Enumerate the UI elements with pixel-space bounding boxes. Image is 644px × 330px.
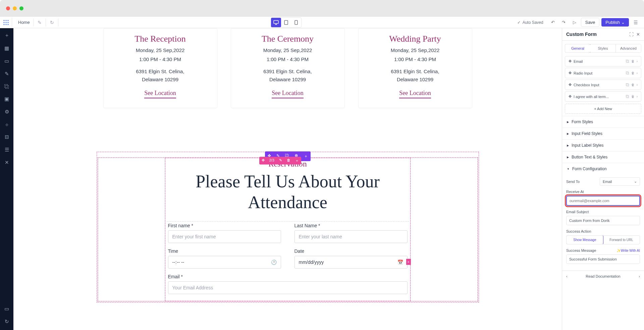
chevron-right-icon[interactable]: › — [637, 95, 638, 98]
email-subject-input[interactable] — [566, 216, 640, 225]
event-time: 1:00 PM - 4:30 PM — [239, 56, 336, 62]
design-icon[interactable]: ✎ — [5, 71, 9, 77]
integrations-icon[interactable]: ⟐ — [5, 122, 8, 127]
drag-handle-icon[interactable]: ✥ — [569, 83, 572, 87]
chevron-right-icon[interactable]: › — [637, 83, 638, 87]
chevron-right-icon[interactable]: › — [637, 59, 638, 63]
add-icon[interactable]: ＋ — [293, 157, 301, 164]
tab-styles[interactable]: Styles — [590, 44, 616, 52]
chevron-right-icon[interactable]: › — [637, 71, 638, 75]
see-location-link[interactable]: See Location — [272, 90, 303, 98]
add-column-button[interactable]: + — [406, 259, 411, 265]
email-input[interactable] — [168, 281, 408, 294]
duplicate-icon[interactable]: ⿻ — [626, 83, 629, 87]
delete-icon[interactable]: 🗑 — [631, 71, 635, 75]
accordion-input-label-styles[interactable]: ▶Input Label Styles — [562, 139, 644, 151]
success-message-label: Success Message — [566, 248, 596, 252]
section-container[interactable]: ✥ ✎ ⿻ 🗑 ＋ ✥ 2/3 ✎ 🗑 ＋ Reservation Please… — [97, 152, 479, 302]
duplicate-icon[interactable]: ⿻ — [626, 71, 629, 75]
accordion-form-configuration[interactable]: ▼Form Configuration — [562, 163, 644, 175]
time-input[interactable]: --:-- --🕐 — [168, 256, 281, 269]
form-field-row[interactable]: ✥I agree with all term... ⿻ 🗑 › — [565, 91, 641, 102]
accordion-button-text-styles[interactable]: ▶Button Text & Styles — [562, 151, 644, 163]
last-name-input[interactable] — [294, 230, 408, 243]
app-logo[interactable] — [3, 18, 12, 27]
first-name-input[interactable] — [168, 230, 281, 243]
delete-icon[interactable]: 🗑 — [284, 157, 293, 164]
tablet-view-button[interactable] — [281, 18, 291, 27]
tools-icon[interactable]: ✕ — [5, 159, 9, 166]
mobile-view-button[interactable] — [291, 18, 301, 27]
expand-icon[interactable]: ⛶ — [629, 32, 634, 37]
redo-button[interactable]: ↷ — [559, 18, 568, 27]
event-time: 1:00 PM - 4:30 PM — [112, 56, 209, 62]
delete-icon[interactable]: 🗑 — [631, 83, 635, 87]
drag-handle-icon[interactable]: ✥ — [569, 71, 572, 75]
page-icon[interactable]: ▭ — [4, 58, 9, 64]
window-minimize-icon[interactable] — [13, 6, 17, 10]
date-input[interactable]: mm/dd/yyyy📅 — [294, 256, 408, 269]
accordion-form-styles[interactable]: ▶Form Styles — [562, 116, 644, 128]
field-label: Radio Input — [574, 71, 592, 75]
blocks-icon[interactable]: ▦ — [4, 45, 9, 51]
forward-url-button[interactable]: Forward to URL — [603, 236, 640, 244]
field-label: Email — [574, 59, 583, 63]
column-right[interactable]: + — [411, 158, 478, 301]
add-new-button[interactable]: + Add New — [565, 104, 641, 114]
delete-icon[interactable]: 🗑 — [631, 95, 635, 98]
success-message-input[interactable] — [566, 254, 640, 264]
edit-icon[interactable]: ✎ — [277, 157, 284, 164]
undo-button[interactable]: ↶ — [549, 18, 557, 27]
move-handle-icon[interactable]: ✥ — [259, 157, 267, 164]
menu-button[interactable]: ☰ — [631, 18, 641, 27]
preview-button[interactable]: ▷ — [570, 18, 579, 27]
add-icon[interactable]: ＋ — [301, 151, 311, 161]
field-label: I agree with all term... — [574, 95, 609, 99]
show-message-button[interactable]: Show Message — [566, 235, 603, 244]
accordion-input-field-styles[interactable]: ▶Input Field Styles — [562, 128, 644, 139]
history-icon[interactable]: ↻ — [46, 18, 58, 27]
receive-at-input[interactable] — [566, 196, 640, 206]
users-icon[interactable]: ☰ — [5, 147, 9, 153]
event-date: Monday, 25 Sep,2022 — [239, 47, 336, 53]
see-location-link[interactable]: See Location — [399, 90, 431, 98]
help-icon[interactable]: ↻ — [5, 319, 9, 325]
properties-panel: Custom Form ⛶ ✕ General Styles Advanced … — [562, 28, 644, 330]
form-field-row[interactable]: ✥Checkbox Input ⿻ 🗑 › — [565, 80, 641, 90]
row-container[interactable]: Reservation Please Tell Us About Your At… — [98, 157, 478, 301]
tab-general[interactable]: General — [565, 44, 591, 53]
settings-icon[interactable]: ⚙ — [5, 109, 9, 115]
form-field-row[interactable]: ✥Radio Input ⿻ 🗑 › — [565, 68, 641, 78]
form-field-row[interactable]: ✥Email ⿻ 🗑 › — [565, 56, 641, 66]
send-to-select[interactable]: Email⌄ — [600, 177, 640, 186]
media-icon[interactable]: ▣ — [4, 96, 9, 102]
topbar: Home ✎ ↻ ✓Auto Saved ↶ ↷ ▷ Save Publish⌄… — [0, 17, 644, 28]
svg-rect-9 — [274, 20, 278, 23]
drag-handle-icon[interactable]: ✥ — [569, 59, 572, 63]
window-maximize-icon[interactable] — [19, 6, 23, 10]
window-close-icon[interactable] — [6, 6, 10, 10]
calendar-icon: 📅 — [397, 260, 403, 265]
send-to-label: Send To — [566, 180, 580, 184]
publish-button[interactable]: Publish⌄ — [601, 18, 629, 27]
edit-icon[interactable]: ✎ — [34, 18, 46, 27]
close-icon[interactable]: ✕ — [636, 32, 640, 37]
delete-icon[interactable]: 🗑 — [631, 59, 635, 63]
drag-handle-icon[interactable]: ✥ — [569, 94, 572, 99]
see-location-link[interactable]: See Location — [144, 90, 176, 98]
home-button[interactable]: Home — [15, 18, 34, 26]
write-with-ai-button[interactable]: ✨Write With AI — [616, 249, 640, 252]
docs-footer[interactable]: ‹ Read Documentation › — [562, 271, 644, 282]
tab-advanced[interactable]: Advanced — [616, 44, 641, 52]
save-button[interactable]: Save — [581, 18, 600, 27]
column-left[interactable] — [98, 158, 165, 301]
data-icon[interactable]: ⊟ — [5, 134, 9, 140]
duplicate-icon[interactable]: ⿻ — [626, 59, 629, 63]
duplicate-icon[interactable]: ⿻ — [626, 95, 629, 98]
layers-icon[interactable]: ⿻ — [4, 84, 9, 89]
svg-point-6 — [3, 24, 4, 25]
desktop-view-button[interactable] — [271, 18, 281, 27]
docs-icon[interactable]: ▭ — [4, 306, 9, 312]
add-element-icon[interactable]: ＋ — [4, 32, 9, 39]
column-middle[interactable]: Reservation Please Tell Us About Your At… — [165, 158, 411, 301]
